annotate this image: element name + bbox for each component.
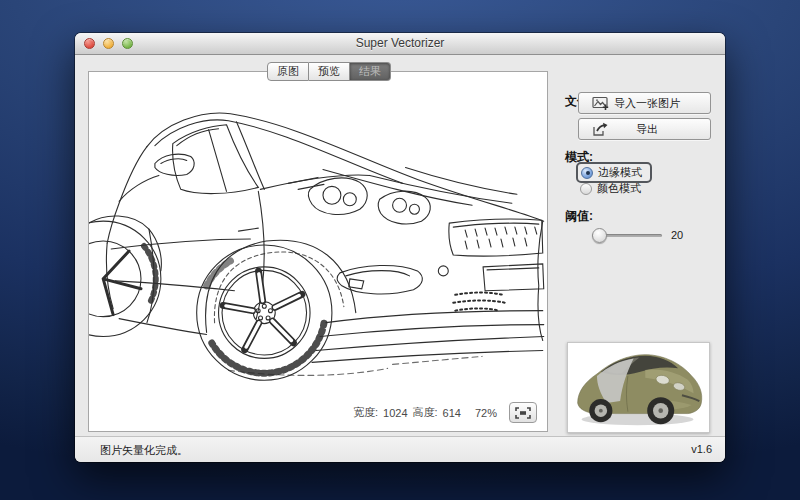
result-canvas: 宽度: 1024 高度: 614 72% — [88, 71, 548, 432]
picture-add-icon — [592, 96, 610, 111]
traffic-lights — [84, 38, 133, 49]
import-image-button[interactable]: 导入一张图片 — [578, 92, 711, 114]
share-export-icon — [592, 122, 610, 137]
window-title: Super Vectorizer — [75, 33, 725, 53]
fit-to-window-button[interactable] — [509, 402, 537, 423]
width-label: 宽度: — [353, 405, 378, 420]
threshold-slider[interactable] — [592, 228, 662, 243]
app-version: v1.6 — [691, 443, 712, 455]
fit-to-window-icon — [515, 407, 531, 419]
radio-unselected-icon — [580, 183, 592, 195]
original-image-thumbnail — [567, 342, 710, 433]
export-button-label: 导出 — [610, 122, 684, 137]
close-icon[interactable] — [84, 38, 95, 49]
width-value: 1024 — [383, 407, 407, 419]
status-message: 图片矢量化完成。 — [100, 443, 188, 458]
threshold-section-label: 阈值: — [565, 208, 593, 225]
app-window: Super Vectorizer 原图 预览 结果 — [75, 33, 725, 462]
original-car-photo — [568, 343, 709, 432]
height-value: 614 — [443, 407, 461, 419]
slider-thumb[interactable] — [592, 228, 607, 243]
threshold-value: 20 — [671, 228, 683, 243]
titlebar[interactable]: Super Vectorizer — [75, 33, 725, 55]
radio-selected-icon — [581, 167, 593, 179]
tab-preview[interactable]: 预览 — [309, 62, 350, 81]
zoom-level: 72% — [475, 407, 497, 419]
export-button[interactable]: 导出 — [578, 118, 711, 140]
image-info-bar: 宽度: 1024 高度: 614 72% — [353, 402, 537, 423]
tab-result[interactable]: 结果 — [350, 62, 391, 81]
height-label: 高度: — [413, 405, 438, 420]
color-mode-label: 颜色模式 — [597, 181, 641, 196]
view-tabs: 原图 预览 结果 — [267, 62, 391, 81]
radio-color-mode[interactable]: 颜色模式 — [580, 181, 641, 196]
minimize-icon[interactable] — [103, 38, 114, 49]
edge-mode-label: 边缘模式 — [598, 165, 642, 180]
tab-original[interactable]: 原图 — [267, 62, 309, 81]
desktop-background: Super Vectorizer 原图 预览 结果 — [0, 0, 800, 500]
radio-edge-mode[interactable]: 边缘模式 — [576, 162, 652, 183]
status-bar: 图片矢量化完成。 v1.6 — [75, 436, 725, 462]
import-button-label: 导入一张图片 — [610, 96, 684, 111]
vectorized-car-drawing — [89, 72, 547, 431]
zoom-icon[interactable] — [122, 38, 133, 49]
